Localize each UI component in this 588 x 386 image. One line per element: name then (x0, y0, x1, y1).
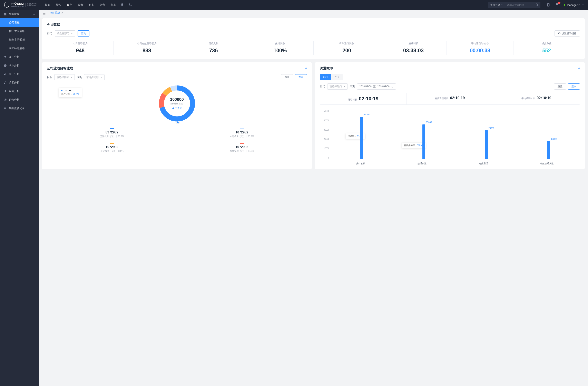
stat-item: 平均通话时长02:10:19 (493, 93, 580, 104)
efficiency-card: 沟通效率 部门 个人 部门 请选择部门 日期 2018/01/08至2018/0… (315, 62, 585, 169)
metric-item: 今日首咨客户948 (47, 41, 113, 55)
metric-item: 今日有效首咨客户833 (113, 41, 180, 55)
gear-icon (558, 32, 561, 35)
dept-select[interactable]: 请选择部门 (55, 30, 75, 37)
dept-label: 部门 (47, 32, 52, 35)
eff-stats-row: 通话时长02:10:19有效通话时长02:10:19平均通话时长02:10:19 (320, 93, 580, 105)
calendar-icon (391, 85, 394, 88)
target-icon (4, 98, 7, 101)
notification-bell[interactable]: 5 (555, 3, 559, 7)
query-button[interactable]: 查询 (78, 30, 89, 37)
top-nav: 数据 线索 客户 公海 财务 运营 报名 (45, 2, 116, 8)
search-button[interactable] (533, 3, 540, 7)
hamburger-icon[interactable] (43, 13, 46, 16)
bar: 18000 (547, 141, 550, 159)
sidebar-sub-promo[interactable]: 推广主管看板 (0, 27, 39, 36)
brand-url: www.yunduocrm.com (11, 6, 24, 7)
list-icon (4, 107, 7, 110)
today-title: 今日数据 (47, 22, 580, 27)
search-box: 手机号码 (488, 2, 540, 8)
svg-point-1 (5, 99, 6, 100)
username: manager11 (567, 3, 580, 6)
eff-segment: 部门 个人 (320, 74, 343, 80)
bar: 35000 (422, 124, 425, 159)
chevron-up-icon (33, 13, 35, 15)
eff-dept-select[interactable]: 请选择部门 (327, 83, 348, 90)
sidebar-item-visitor[interactable]: 访客分析 (0, 78, 39, 87)
user-add-icon[interactable] (120, 3, 124, 7)
nav-ops[interactable]: 运营 (100, 2, 105, 8)
user-menu[interactable]: manager11 (564, 3, 584, 6)
headset-icon (4, 81, 7, 84)
sidebar-sub-sales[interactable]: 销售主管看板 (0, 36, 39, 44)
sidebar-item-flow-log[interactable]: 数据流转记录 (0, 104, 39, 113)
today-card: 今日数据 部门 请选择部门 查询 设置显示指标 今日首咨客户948今日有效首咨客… (42, 18, 585, 59)
bar: 29000 (485, 130, 488, 159)
eff-query-button[interactable]: 查询 (568, 83, 580, 90)
chart-tooltip-2: 有效接通率：70.9% (402, 143, 426, 148)
stat-item: 有效通话时长02:10:19 (407, 93, 493, 104)
metric-item: 拨打次数100% (247, 41, 314, 55)
sidebar-item-cost[interactable]: 成本分析 (0, 61, 39, 70)
donut-handle[interactable] (176, 121, 179, 124)
donut-tooltip: 1072932 所占比例：70.9% (59, 88, 82, 97)
eff-title: 沟通效率 (320, 66, 580, 71)
period-select[interactable]: 请选择周期 (84, 74, 105, 80)
chevron-down-icon (71, 32, 73, 35)
metric-item: 平均通话时长00:00:33 (447, 41, 513, 55)
bar: 43000 (360, 117, 363, 159)
settings-metrics-button[interactable]: 设置显示指标 (554, 30, 580, 37)
sidebar: 数据看板 公司看板 推广主管看板 销售主管看板 客户经理看板 漏斗分析 成本分析… (0, 10, 39, 386)
phone-icon[interactable] (128, 3, 132, 7)
dashboard-icon (4, 13, 7, 16)
sidebar-item-sales-analysis[interactable]: 销售分析 (0, 96, 39, 104)
nav-signup[interactable]: 报名 (111, 2, 116, 8)
metric-item: 通话时长03:33:03 (380, 41, 447, 55)
brand-subtitle: 教育机构一站 式服务云平台 (25, 3, 37, 7)
nav-leads[interactable]: 线索 (56, 2, 61, 8)
eff-date-range[interactable]: 2018/01/08至2018/01/08 (357, 83, 396, 90)
logo[interactable]: 云朵CRM www.yunduocrm.com 教育机构一站 式服务云平台 (4, 2, 37, 8)
legend-item: 1072932应完成量（元）8.9% (47, 140, 177, 155)
nav-public[interactable]: 公海 (78, 2, 83, 8)
donut-chart: 100000 目标总量（元） 已达成 (158, 84, 196, 123)
metric-item: 回访人数736 (180, 41, 247, 55)
nav-data[interactable]: 数据 (45, 2, 50, 8)
expand-icon[interactable] (578, 66, 580, 69)
thumb-up-icon (172, 107, 174, 109)
nav-finance[interactable]: 财务 (89, 2, 94, 8)
search-type-select[interactable]: 手机号码 (488, 3, 505, 7)
sidebar-group-dashboard[interactable]: 数据看板 (0, 10, 39, 18)
expand-icon[interactable] (305, 66, 307, 69)
metric-item: 有效通话次数200 (314, 41, 380, 55)
seg-personal[interactable]: 个人 (331, 74, 343, 80)
tab-company-board[interactable]: 公司看板 ✕ (49, 11, 64, 17)
sidebar-sub-company[interactable]: 公司看板 (0, 18, 39, 27)
sidebar-item-channel[interactable]: 渠道分析 (0, 87, 39, 96)
target-title: 公司业绩目标达成 (47, 66, 307, 71)
chevron-down-icon (582, 4, 584, 6)
metric-item: 成交单数552 (513, 41, 580, 55)
funnel-icon (4, 56, 7, 58)
status-dot (564, 4, 565, 6)
notification-badge: 5 (558, 2, 560, 4)
svg-point-0 (4, 98, 6, 101)
target-reset-button[interactable]: 重置 (281, 74, 293, 80)
sidebar-item-promo-analysis[interactable]: 推广分析 (0, 70, 39, 78)
seg-dept[interactable]: 部门 (320, 74, 331, 80)
legend-item: 1072932超额完成（元）89.9% (177, 140, 307, 155)
close-icon[interactable]: ✕ (61, 11, 63, 14)
share-icon (4, 90, 7, 93)
clock-icon (4, 64, 7, 67)
sidebar-sub-manager[interactable]: 客户经理看板 (0, 44, 39, 53)
sidebar-item-funnel[interactable]: 漏斗分析 (0, 53, 39, 61)
target-select[interactable]: 请选择目标 (54, 74, 75, 80)
nav-customers[interactable]: 客户 (67, 2, 72, 8)
eff-reset-button[interactable]: 重置 (554, 83, 566, 90)
chart-icon (4, 73, 7, 76)
bar-chart: 01000020000300004000050000 接通率：70.9% 有效接… (320, 108, 580, 165)
search-input[interactable] (505, 3, 533, 6)
mobile-icon[interactable] (546, 3, 550, 7)
target-query-button[interactable]: 查询 (295, 74, 307, 80)
donut-legends: 8972932已完成量（元）70.9%1072932未完成量（元）20.9%10… (47, 126, 307, 155)
